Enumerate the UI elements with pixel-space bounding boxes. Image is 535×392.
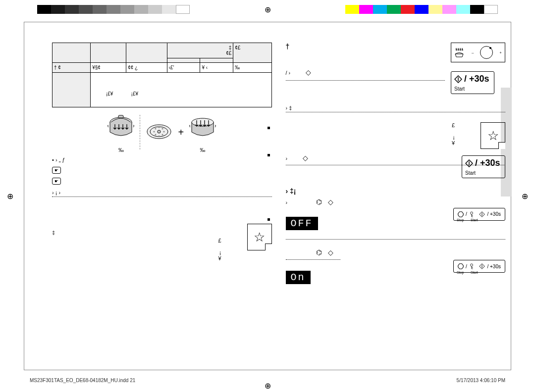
- svg-point-5: [159, 127, 160, 128]
- steamer-pot-closed: ‰: [106, 111, 136, 153]
- footer-timestamp: 5/17/2013 4:06:10 PM: [457, 378, 505, 383]
- pot-label-right: ‰: [188, 147, 217, 153]
- deodorize-icon: [454, 47, 465, 58]
- stop-start-combo-button[interactable]: / / +30s Stop Start: [453, 260, 505, 273]
- right-column: † / › ◇ –: [286, 43, 506, 355]
- plus-sign: +: [178, 127, 184, 138]
- registration-mark-right: ⊕: [522, 192, 528, 201]
- note-icon: ☛: [52, 167, 61, 174]
- key-icon: [469, 263, 474, 269]
- dotted-rule-right-1: › ‡: [286, 105, 506, 112]
- dotted-rule-left-1: › ¡ ›: [52, 190, 272, 197]
- svg-point-15: [470, 264, 473, 266]
- right-headline: †: [286, 43, 445, 50]
- diamond-start-icon: [479, 263, 485, 269]
- svg-point-9: [155, 128, 157, 130]
- left-column: ‡¢£ ¢£ † ¢ ¥§¢ ¢¢ ¿ ‹£' ¥ ‹ ‰ ¡£¥ ¡£¥: [52, 43, 272, 355]
- note-icon: ☛: [52, 178, 61, 185]
- svg-point-7: [154, 131, 155, 133]
- diamond-start-icon: [465, 159, 473, 167]
- steamer-pot-open: ‰: [188, 111, 217, 153]
- tips-heading: • › „ ƒ: [52, 157, 272, 163]
- favorite-button-icon: ☆: [481, 122, 505, 149]
- key-icon: [469, 211, 474, 217]
- svg-point-8: [163, 131, 165, 133]
- cooking-table: ‡¢£ ¢£ † ¢ ¥§¢ ¢¢ ¿ ‹£' ¥ ‹ ‰ ¡£¥ ¡£¥: [52, 43, 272, 107]
- svg-point-11: [155, 134, 157, 136]
- favorite-button-icon: ☆: [247, 224, 272, 250]
- svg-point-4: [158, 130, 160, 133]
- grayscale-calibration-bar: [37, 5, 190, 14]
- steamer-diagram-row: ‰ +: [52, 111, 272, 153]
- svg-point-12: [162, 134, 163, 136]
- display-on: On: [286, 271, 311, 284]
- registration-mark-left: ⊕: [7, 192, 13, 201]
- start-30s-button[interactable]: / +30s Start: [451, 71, 494, 94]
- dial-knob-icon: [480, 46, 493, 59]
- svg-rect-1: [118, 115, 123, 118]
- diamond-start-icon: [479, 211, 485, 217]
- registration-mark-top: ⊕: [265, 5, 271, 14]
- pot-label-left: ‰: [106, 147, 136, 153]
- section-2-title: › ‡¡: [286, 187, 506, 195]
- footer-filename: MS23F301TAS_EO_DE68-04182M_HU.indd 21: [30, 378, 135, 383]
- display-off: OFF: [286, 217, 318, 230]
- hexagon-stop-icon: [458, 211, 464, 217]
- steamer-tray: [144, 114, 174, 150]
- diamond-start-icon: [454, 75, 462, 83]
- svg-point-13: [192, 118, 214, 126]
- note-2: ☛: [52, 178, 272, 185]
- start-30s-button[interactable]: / +30s Start: [462, 155, 505, 178]
- color-calibration-bar: [345, 5, 498, 14]
- note-1: ☛: [52, 167, 272, 174]
- hexagon-stop-icon: [458, 263, 464, 269]
- stop-start-combo-button[interactable]: / / +30s Stop Start: [453, 208, 505, 221]
- svg-point-14: [470, 212, 473, 214]
- deodorize-panel-icon: – +: [451, 43, 505, 62]
- svg-point-10: [162, 128, 163, 130]
- svg-point-6: [159, 136, 160, 137]
